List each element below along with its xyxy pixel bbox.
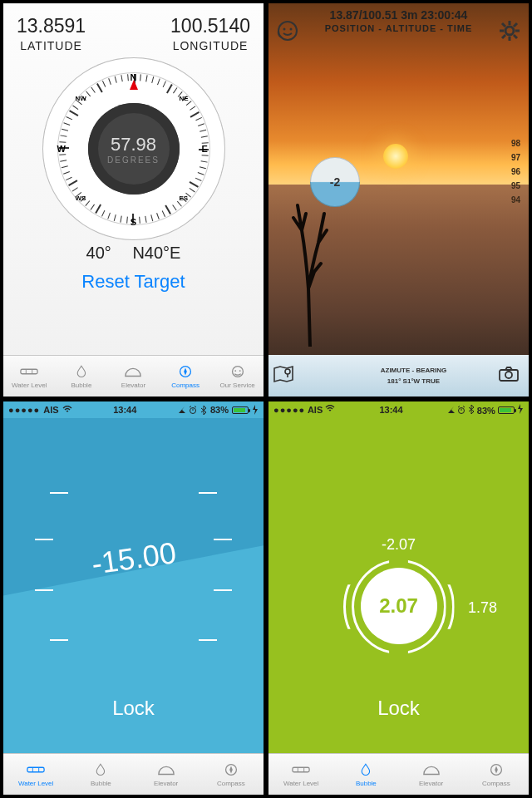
charging-icon (517, 404, 524, 414)
bubble-center-value: 2.07 (379, 594, 418, 618)
compass-icon (486, 761, 506, 778)
tab-compass[interactable]: Compass (464, 754, 529, 795)
tab-bubble[interactable]: Bubble (56, 356, 108, 397)
support-icon[interactable] (277, 20, 298, 45)
tab-label: Bubble (71, 382, 91, 389)
label-ne: NE (180, 95, 189, 102)
protractor-icon (421, 761, 441, 778)
drop-icon (71, 363, 91, 380)
svg-line-16 (514, 35, 517, 38)
tab-elevator[interactable]: Elevator (107, 356, 160, 397)
tab-water-level[interactable]: Water Level (268, 754, 333, 795)
signal-icon: ●●●●● (273, 405, 305, 415)
elevation-scale: 98 97 96 95 94 (511, 136, 520, 207)
protractor-icon (123, 363, 143, 380)
reset-target-button[interactable]: Reset Target (3, 271, 264, 293)
svg-line-17 (514, 23, 517, 27)
protractor-icon (156, 761, 176, 778)
lock-button[interactable]: Lock (112, 697, 155, 720)
tab-label: Water Level (12, 382, 47, 389)
alarm-icon (457, 406, 466, 414)
degrees-label: DEGREES (107, 155, 160, 165)
tab-label: Our Service (220, 382, 255, 389)
ar-bottombar: AZIMUTE - BEARING 181° S1°W TRUE (268, 355, 529, 397)
degrees-value: 57.98 (111, 134, 156, 155)
bubble-right-value: 1.78 (468, 599, 497, 617)
time-label: 13:44 (379, 405, 402, 415)
heading-row: 40° N40°E (3, 244, 264, 263)
compass-inner: 57.98 DEGREES (88, 103, 180, 195)
latitude-block: 13.8591 LATITUDE (17, 15, 86, 52)
tabbar: Water Level Bubble Elevator Compass (268, 753, 529, 795)
latitude-value: 13.8591 (17, 15, 86, 37)
tab-our-service[interactable]: Our Service (211, 356, 264, 397)
tilt-area[interactable]: -15.00 Lock (3, 418, 264, 753)
bluetooth-icon (200, 406, 207, 415)
ar-screen: 13.87/100.51 3m 23:00:44 POSITION - ALTI… (268, 3, 529, 397)
tab-bubble[interactable]: Bubble (68, 754, 133, 795)
charging-icon (252, 405, 259, 415)
label-se: ES (180, 195, 189, 202)
heading-deg: 40° (86, 244, 111, 262)
tab-compass[interactable]: Compass (199, 754, 264, 795)
bubble-top-value: -2.07 (382, 536, 416, 554)
status-bar: ●●●●● AIS 13:44 83% (3, 401, 264, 418)
tab-elevator[interactable]: Elevator (399, 754, 464, 795)
carrier-label: AIS (43, 405, 58, 415)
longitude-label: LONGITUDE (170, 39, 250, 52)
wifi-icon (325, 405, 335, 413)
map-icon[interactable] (268, 365, 298, 387)
level-icon (26, 761, 46, 778)
compass-needle-icon (130, 80, 138, 90)
svg-line-32 (458, 406, 460, 408)
bubble-area[interactable]: -2.07 1.78 2.07 Lock (268, 418, 529, 753)
carrier-label: AIS (308, 405, 323, 415)
tab-bubble[interactable]: Bubble (333, 754, 398, 795)
compass-icon (221, 761, 241, 778)
bubble-value: -2 (330, 175, 340, 189)
tab-label: Bubble (356, 780, 377, 787)
svg-line-25 (195, 406, 196, 408)
svg-line-33 (463, 406, 465, 408)
label-s: S (131, 217, 136, 227)
compass-screen: 13.8591 LATITUDE 100.5140 LONGITUDE N E … (3, 3, 264, 397)
label-e: E (202, 144, 208, 154)
tab-label: Compass (482, 780, 510, 787)
tab-label: Bubble (91, 780, 111, 787)
tab-elevator[interactable]: Elevator (134, 754, 199, 795)
label-w: W (57, 144, 66, 154)
svg-line-15 (502, 23, 505, 27)
location-icon (178, 406, 185, 414)
tab-compass[interactable]: Compass (160, 356, 212, 397)
status-bar: ●●●●● AIS 13:44 83% (268, 401, 529, 418)
time-label: 13:44 (113, 405, 136, 415)
tab-water-level[interactable]: Water Level (3, 754, 68, 795)
level-bubble: -2 (310, 157, 360, 207)
longitude-block: 100.5140 LONGITUDE (170, 15, 250, 52)
compass-icon (175, 363, 195, 380)
lock-button[interactable]: Lock (377, 697, 420, 720)
bubble-screen: ●●●●● AIS 13:44 83% -2.07 1.78 2.07 Lock… (268, 401, 529, 795)
drop-icon (356, 761, 376, 778)
svg-rect-26 (27, 767, 44, 772)
compass-face[interactable]: N E S W NE ES WS NW 57.98 DEGREES (42, 57, 225, 240)
gear-icon[interactable] (499, 20, 520, 45)
drop-icon (91, 761, 111, 778)
level-icon (19, 363, 39, 380)
tab-label: Compass (217, 780, 245, 787)
svg-rect-34 (293, 767, 309, 772)
tab-water-level[interactable]: Water Level (3, 356, 56, 397)
sun-icon (383, 144, 408, 169)
tabbar: Water Level Bubble Elevator Compass Our … (3, 355, 264, 397)
tab-label: Compass (171, 382, 200, 389)
label-sw: WS (76, 195, 86, 202)
svg-point-21 (505, 372, 512, 378)
position-value: 13.87/100.51 3m 23:00:44 (268, 8, 529, 22)
latitude-label: LATITUDE (17, 39, 86, 52)
svg-line-24 (190, 406, 191, 408)
waterlevel-screen: ●●●●● AIS 13:44 83% -15.00 Lock Water Le… (3, 401, 264, 795)
battery-label: 83% (210, 405, 229, 415)
tab-label: Elevator (154, 780, 178, 787)
camera-icon[interactable] (494, 366, 524, 387)
battery-label: 83% (477, 406, 495, 416)
